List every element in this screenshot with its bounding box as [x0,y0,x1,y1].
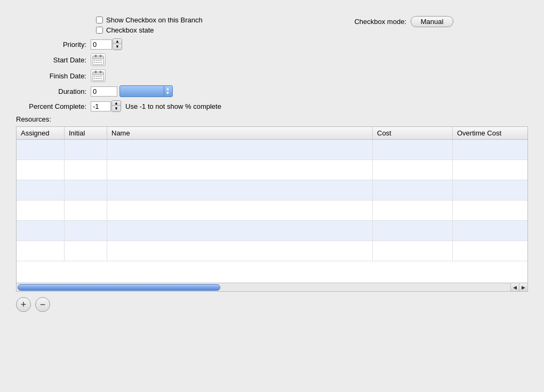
percent-hint: Use -1 to not show % complete [125,102,221,110]
show-checkbox-label: Show Checkbox on this Branch [106,16,203,24]
horizontal-scrollbar-area: ◀ ▶ [17,283,527,291]
cell [107,201,373,220]
checkbox-area: Show Checkbox on this Branch Checkbox st… [96,16,528,36]
svg-rect-6 [98,60,100,61]
cell [453,140,527,159]
cell [17,241,65,261]
show-checkbox-input[interactable] [96,17,103,23]
svg-rect-14 [95,71,97,73]
scroll-arrows: ◀ ▶ [510,283,527,291]
duration-dropdown[interactable]: ▲ ▼ [119,85,173,97]
show-checkbox-row: Show Checkbox on this Branch [96,16,528,24]
scroll-left-button[interactable]: ◀ [510,283,519,292]
cell [107,140,373,159]
priority-input[interactable] [91,39,112,50]
bottom-buttons: + − [16,297,528,312]
percent-stepper[interactable]: ▲ ▼ [111,100,121,112]
svg-rect-17 [96,76,98,77]
main-container: Show Checkbox on this Branch Checkbox st… [0,0,544,392]
cell [373,140,453,159]
svg-rect-18 [98,76,100,77]
cell [453,160,527,180]
duration-row: Duration: ▲ ▼ [16,85,528,97]
priority-label: Priority: [16,41,91,49]
svg-rect-11 [100,62,102,63]
percent-complete-row: Percent Complete: ▲ ▼ Use -1 to not show… [16,100,528,112]
cell [453,180,527,200]
cell [17,201,65,220]
percent-complete-input[interactable] [91,101,111,111]
finish-date-row: Finish Date: [16,69,528,82]
svg-rect-4 [94,60,95,61]
priority-stepper[interactable]: ▲ ▼ [113,38,122,50]
cell [65,221,107,241]
scroll-right-button[interactable]: ▶ [519,283,527,292]
priority-stepper-up[interactable]: ▲ [113,39,122,44]
cell [17,160,65,180]
finish-date-calendar-button[interactable] [91,69,106,82]
table-row [17,241,527,261]
start-date-calendar-button[interactable] [91,53,106,66]
cell [107,180,373,200]
checkbox-mode-button[interactable]: Manual [411,16,453,27]
svg-rect-16 [94,76,95,77]
svg-rect-21 [96,78,98,79]
cell [65,180,107,200]
start-date-row: Start Date: [16,53,528,66]
svg-rect-22 [98,78,100,79]
svg-rect-3 [100,55,101,57]
col-header-assigned: Assigned [17,127,65,139]
resources-label: Resources: [16,115,528,123]
table-row [17,140,527,160]
finish-date-label: Finish Date: [16,72,91,80]
checkbox-state-input[interactable] [96,27,103,34]
duration-label: Duration: [16,87,91,95]
duration-dropdown-arrow[interactable]: ▲ ▼ [164,86,171,97]
start-date-label: Start Date: [16,56,91,64]
svg-rect-7 [100,60,102,61]
horizontal-scrollbar-thumb[interactable] [18,284,220,291]
svg-rect-23 [100,78,102,79]
col-header-overtime: Overtime Cost [453,127,527,139]
duration-input[interactable] [91,86,117,97]
cell [453,221,527,241]
priority-stepper-down[interactable]: ▼ [113,44,122,50]
cell [107,241,373,261]
cell [65,160,107,180]
cell [107,160,373,180]
top-section: Show Checkbox on this Branch Checkbox st… [16,16,528,36]
cell [373,160,453,180]
add-button[interactable]: + [16,297,31,312]
svg-rect-8 [94,62,95,63]
col-header-cost: Cost [373,127,453,139]
svg-rect-20 [94,78,95,79]
cell [65,140,107,159]
cell [107,221,373,241]
svg-rect-9 [96,62,98,63]
calendar-icon [92,54,104,65]
col-header-initial: Initial [65,127,107,139]
svg-rect-13 [93,72,103,75]
cell [65,241,107,261]
cell [453,241,527,261]
checkbox-state-row: Checkbox state [96,26,528,34]
cell [17,140,65,159]
remove-button[interactable]: − [35,297,50,312]
percent-stepper-up[interactable]: ▲ [112,101,121,106]
table-row [17,180,527,201]
priority-row: Priority: ▲ ▼ [16,38,528,50]
checkbox-mode-wrapper: Checkbox mode: Manual [354,16,453,27]
svg-rect-15 [100,71,101,73]
cell [17,221,65,241]
percent-complete-label: Percent Complete: [16,102,91,110]
percent-stepper-down[interactable]: ▼ [112,106,121,111]
svg-rect-5 [96,60,98,61]
checkbox-mode-label: Checkbox mode: [354,18,406,26]
cell [453,201,527,220]
table-row [17,201,527,221]
svg-rect-10 [98,62,100,63]
cell [17,180,65,200]
cell [373,221,453,241]
calendar-icon-2 [92,70,104,81]
svg-rect-2 [95,55,97,57]
